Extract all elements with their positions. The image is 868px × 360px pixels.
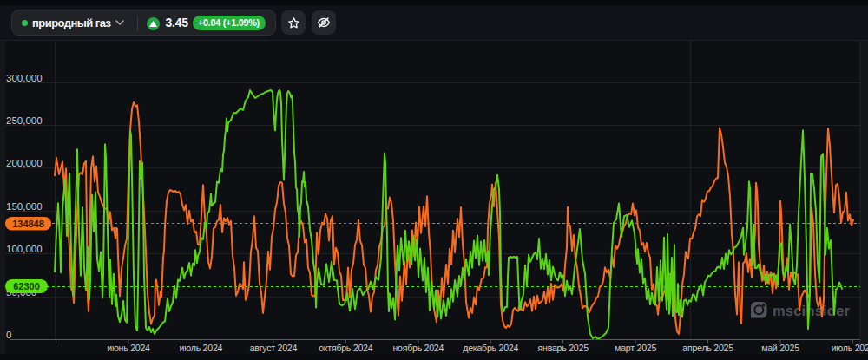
svg-text:январь 2025: январь 2025: [538, 343, 589, 353]
svg-text:июнь 2024: июнь 2024: [107, 343, 150, 353]
svg-text:200,000: 200,000: [6, 158, 43, 168]
svg-text:250,000: 250,000: [6, 115, 43, 126]
svg-text:62300: 62300: [13, 281, 40, 291]
svg-text:апрель 2025: апрель 2025: [682, 343, 733, 353]
svg-text:134848: 134848: [12, 219, 44, 229]
svg-text:100,000: 100,000: [6, 244, 43, 254]
svg-text:mscinsider: mscinsider: [773, 303, 851, 318]
svg-text:май 2025: май 2025: [761, 343, 799, 353]
svg-text:0: 0: [6, 330, 11, 340]
svg-text:август 2024: август 2024: [250, 343, 298, 353]
svg-text:июль 2025: июль 2025: [832, 343, 868, 353]
svg-text:ноябрь 2024: ноябрь 2024: [392, 343, 444, 353]
svg-text:300,000: 300,000: [6, 73, 43, 83]
svg-text:декабрь 2024: декабрь 2024: [463, 343, 518, 353]
svg-text:октябрь 2024: октябрь 2024: [319, 343, 373, 353]
svg-text:март 2025: март 2025: [615, 343, 656, 353]
svg-text:июль 2024: июль 2024: [180, 343, 223, 353]
svg-text:150,000: 150,000: [6, 201, 43, 212]
